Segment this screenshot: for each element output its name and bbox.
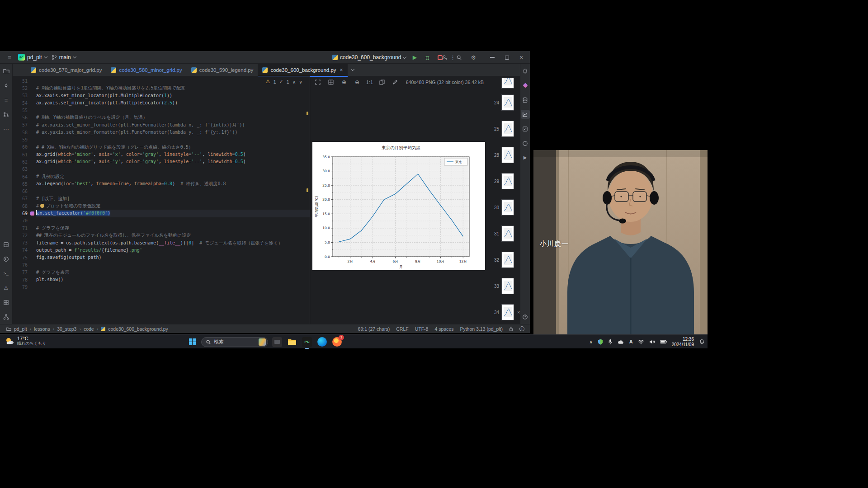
battery-icon[interactable] [660, 340, 667, 344]
line-number[interactable]: 57 [13, 122, 36, 129]
line-number[interactable]: 56 [13, 114, 36, 121]
grid-toggle-button[interactable] [327, 78, 335, 87]
crumb-code[interactable]: code [84, 326, 94, 332]
settings-button[interactable]: ⚙ [469, 53, 477, 62]
run-configuration-select[interactable]: code30_600_background [332, 54, 406, 61]
info-icon[interactable]: i [519, 326, 524, 331]
python-interpreter[interactable]: Python 3.13 (pd_plt) [460, 326, 503, 332]
code-line[interactable]: # ax.xaxis.set_minor_formatter(plt.FuncF… [36, 122, 310, 129]
line-number[interactable]: 78 [13, 276, 36, 283]
code-line[interactable] [36, 261, 310, 268]
search-highlight-image[interactable] [259, 338, 266, 346]
python-packages-tool-button[interactable] [2, 240, 11, 249]
code-line[interactable]: ax.grid(which='minor', axis='y', color='… [36, 158, 310, 165]
plot-thumbnail[interactable] [487, 78, 520, 89]
line-number[interactable]: 72 [13, 232, 36, 239]
coverage-tool-button[interactable] [521, 139, 530, 148]
code-line[interactable]: ax.set_facecolor('#f0f0f0') [36, 210, 310, 217]
editor-code[interactable]: # X軸の補助目盛りを1単位間隔、Y軸の補助目盛りを2.5単位間隔で配置ax.x… [36, 76, 310, 324]
code-line[interactable]: # ax.yaxis.set_minor_formatter(plt.FuncF… [36, 129, 310, 136]
plot-thumbnail-image[interactable] [502, 252, 514, 267]
lock-icon[interactable] [509, 326, 513, 331]
services-tool-button[interactable] [2, 298, 11, 307]
plot-thumbnail[interactable]: 33 [487, 273, 520, 299]
code-line[interactable]: plt.show() [36, 276, 310, 283]
code-line[interactable] [36, 283, 310, 291]
tab-code30-570-major-grid[interactable]: code30_570_major_grid.py [26, 64, 106, 76]
code-line[interactable]: # # X軸、Y軸方向の補助グリッド線を設定（グレーの点線、線の太さ0.5） [36, 144, 310, 151]
plot-thumbnail[interactable]: 30 [487, 194, 520, 221]
ai-assistant-tool-button[interactable] [521, 81, 530, 90]
editor-gutter[interactable]: 5152535455565758596061626364656667686970… [13, 76, 36, 324]
project-widget[interactable]: PC pd_plt [18, 54, 47, 61]
plot-thumbnail[interactable]: 24 [487, 89, 520, 116]
plot-thumbnail-image[interactable] [502, 174, 514, 189]
clock-widget[interactable]: 12:36 2024/11/09 [672, 337, 694, 347]
plot-thumbnail[interactable]: 31 [487, 221, 520, 247]
tab-code30-590-legend[interactable]: code30_590_legend.py [187, 64, 258, 76]
scrollbar-warning-mark[interactable] [307, 112, 308, 115]
code-line[interactable] [36, 166, 310, 173]
plot-thumbnail-image[interactable] [502, 147, 514, 163]
code-line[interactable]: # 凡例の設定 [36, 173, 310, 180]
notification-bell-icon[interactable] [699, 339, 705, 345]
edge-browser-button[interactable] [316, 336, 328, 348]
zoom-in-button[interactable]: ⊕ [340, 78, 348, 87]
line-number[interactable]: 61 [13, 151, 36, 158]
file-explorer-button[interactable] [286, 336, 298, 348]
browser-button[interactable]: 1 [331, 336, 343, 348]
scrollbar-warning-mark[interactable] [307, 188, 308, 192]
line-number[interactable]: 52 [13, 84, 36, 92]
line-number[interactable]: 70 [13, 217, 36, 225]
line-number[interactable]: 69 [13, 210, 36, 217]
actual-size-button[interactable]: 1:1 [366, 80, 373, 85]
line-number[interactable]: 59 [13, 136, 36, 143]
code-line[interactable] [36, 188, 310, 195]
line-number[interactable]: 65 [13, 180, 36, 188]
code-line[interactable]: filename = os.path.splitext(os.path.base… [36, 239, 310, 247]
code-line[interactable]: output_path = f'results/{filename}.png' [36, 247, 310, 254]
line-number[interactable]: 67 [13, 195, 36, 202]
code-line[interactable]: # グラフを保存 [36, 225, 310, 232]
pinned-app-button[interactable] [271, 336, 283, 348]
onedrive-cloud-icon[interactable] [618, 340, 624, 344]
line-number[interactable]: 76 [13, 261, 36, 268]
weather-widget[interactable]: 17°C 晴れのちくもり [5, 336, 46, 346]
line-number[interactable]: 68 [13, 202, 36, 210]
code-line[interactable]: ax.yaxis.set_minor_locator(plt.MultipleL… [36, 99, 310, 107]
wifi-icon[interactable] [638, 339, 644, 344]
code-line[interactable]: # グラフを表示 [36, 269, 310, 276]
breadcrumb[interactable]: pd_plt › lessons › 30_step3 › code › cod… [6, 326, 168, 332]
security-shield-icon[interactable] [598, 339, 603, 345]
project-tool-button[interactable] [2, 66, 11, 75]
search-everywhere-button[interactable] [455, 53, 463, 62]
close-thumbnail-icon[interactable]: × [517, 310, 520, 315]
line-number[interactable]: 64 [13, 173, 36, 180]
plot-thumbnail[interactable]: 29 [487, 168, 520, 194]
intention-bulb-icon[interactable] [40, 204, 44, 208]
line-number[interactable]: 75 [13, 254, 36, 261]
crumb-file[interactable]: code30_600_background.py [108, 326, 168, 332]
pycharm-app-button[interactable]: PC [301, 336, 313, 348]
main-menu-button[interactable]: ≡ [5, 53, 14, 62]
file-encoding[interactable]: UTF-8 [415, 326, 429, 332]
line-number[interactable]: 77 [13, 269, 36, 276]
edit-plot-button[interactable] [391, 78, 399, 87]
code-line[interactable]: ## 現在のモジュールのファイル名を取得し、保存ファイル名を動的に設定 [36, 232, 310, 239]
problems-tool-button[interactable]: ⚠ [2, 283, 11, 292]
commit-tool-button[interactable] [2, 81, 11, 90]
taskbar-search-input[interactable]: 検索 [201, 337, 268, 347]
prev-problem-icon[interactable]: ∧ [292, 79, 296, 84]
caret-position[interactable]: 69:1 (27 chars) [358, 326, 390, 332]
code-line[interactable]: ax.xaxis.set_minor_locator(plt.MultipleL… [36, 92, 310, 99]
line-number[interactable]: 66 [13, 188, 36, 195]
structure-tool-button[interactable]: ≡ [2, 95, 11, 104]
crumb-step[interactable]: 30_step3 [57, 326, 76, 332]
code-with-me-button[interactable] [440, 53, 448, 62]
more-tools-button[interactable]: ⋯ [2, 124, 11, 133]
line-number[interactable]: 73 [13, 239, 36, 247]
line-number[interactable]: 53 [13, 92, 36, 99]
code-line[interactable]: ax.legend(loc='best', frameon=True, fram… [36, 180, 310, 188]
ai-action-icon[interactable] [30, 211, 34, 216]
plot-thumbnail[interactable]: 32 [487, 247, 520, 273]
